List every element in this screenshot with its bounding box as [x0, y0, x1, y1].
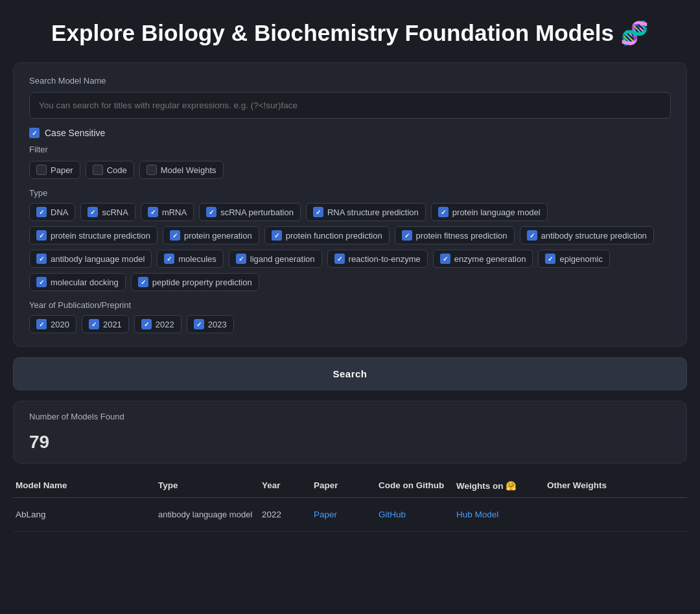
protein-generation-checkbox[interactable]: [170, 230, 180, 241]
header-type: Type: [158, 480, 262, 491]
year-2022-label: 2022: [156, 320, 174, 329]
type-tag-molecules[interactable]: molecules: [157, 250, 224, 268]
results-label: Number of Models Found: [29, 412, 671, 421]
protein-structure-checkbox[interactable]: [36, 230, 47, 241]
case-sensitive-label: Case Sensitive: [45, 128, 105, 138]
model-weights-label: Model Weights: [161, 165, 216, 175]
code-checkbox[interactable]: [93, 165, 103, 175]
type-tag-scrna-perturbation[interactable]: scRNA perturbation: [199, 203, 301, 221]
mrna-checkbox[interactable]: [148, 207, 158, 217]
header-year: Year: [262, 480, 314, 491]
scrna-perturbation-label: scRNA perturbation: [220, 207, 294, 217]
epigenomic-checkbox[interactable]: [545, 254, 555, 264]
year-tag-2022[interactable]: 2022: [134, 315, 181, 333]
type-tag-rna-structure[interactable]: RNA structure prediction: [306, 203, 426, 221]
model-weights-checkbox[interactable]: [146, 165, 157, 175]
rna-structure-checkbox[interactable]: [313, 207, 323, 217]
scrna-perturbation-checkbox[interactable]: [206, 207, 216, 217]
type-tag-reaction-to-enzyme[interactable]: reaction-to-enzyme: [327, 250, 428, 268]
row-paper-link[interactable]: Paper: [314, 510, 379, 519]
year-tag-2023[interactable]: 2023: [187, 315, 234, 333]
molecular-docking-checkbox[interactable]: [36, 277, 47, 287]
protein-language-checkbox[interactable]: [438, 207, 449, 217]
protein-structure-label: protein structure prediction: [51, 231, 150, 241]
search-label: Search Model Name: [29, 76, 671, 86]
filter-tag-paper[interactable]: Paper: [29, 161, 80, 179]
protein-fitness-checkbox[interactable]: [402, 230, 412, 241]
search-input[interactable]: [29, 92, 671, 119]
molecular-docking-label: molecular docking: [51, 277, 119, 287]
page-title: Explore Biology & Biochemistry Foundatio…: [13, 13, 687, 47]
row-year: 2022: [262, 510, 314, 519]
row-type: antibody language model: [158, 510, 262, 519]
protein-function-checkbox[interactable]: [272, 230, 282, 241]
year-tags: 2020 2021 2022 2023: [29, 315, 671, 333]
year-2022-checkbox[interactable]: [141, 319, 152, 329]
molecules-checkbox[interactable]: [164, 254, 174, 264]
type-tags: DNA scRNA mRNA scRNA perturbation RNA st…: [29, 203, 671, 291]
year-label: Year of Publication/Preprint: [29, 300, 671, 310]
type-tag-peptide-property[interactable]: peptide property prediction: [131, 273, 259, 291]
enzyme-generation-label: enzyme generation: [454, 254, 526, 264]
peptide-property-label: peptide property prediction: [152, 277, 252, 287]
antibody-language-label: antibody language model: [51, 254, 145, 264]
type-tag-enzyme-generation[interactable]: enzyme generation: [433, 250, 533, 268]
type-tag-protein-fitness[interactable]: protein fitness prediction: [395, 226, 515, 244]
filter-tags: Paper Code Model Weights: [29, 161, 671, 179]
type-tag-ligand-generation[interactable]: ligand generation: [229, 250, 322, 268]
paper-label: Paper: [51, 165, 73, 175]
type-label: Type: [29, 188, 671, 198]
results-card: Number of Models Found 79: [13, 401, 687, 464]
filter-tag-model-weights[interactable]: Model Weights: [139, 161, 224, 179]
row-hub-model-link[interactable]: Hub Model: [456, 510, 547, 519]
case-sensitive-row[interactable]: Case Sensitive: [29, 128, 671, 138]
peptide-property-checkbox[interactable]: [138, 277, 148, 287]
type-tag-scrna[interactable]: scRNA: [80, 203, 135, 221]
scrna-checkbox[interactable]: [88, 207, 98, 217]
row-github-link[interactable]: GitHub: [379, 510, 456, 519]
antibody-language-checkbox[interactable]: [36, 254, 47, 264]
type-tag-protein-function[interactable]: protein function prediction: [264, 226, 390, 244]
year-2020-checkbox[interactable]: [36, 319, 47, 329]
type-tag-antibody-structure[interactable]: antibody structure prediction: [520, 226, 654, 244]
year-2021-label: 2021: [103, 320, 122, 329]
table-row: AbLang antibody language model 2022 Pape…: [13, 498, 687, 532]
enzyme-generation-checkbox[interactable]: [440, 254, 450, 264]
reaction-to-enzyme-checkbox[interactable]: [334, 254, 345, 264]
paper-checkbox[interactable]: [36, 165, 47, 175]
type-tag-protein-structure[interactable]: protein structure prediction: [29, 226, 158, 244]
results-count: 79: [29, 428, 671, 453]
mrna-label: mRNA: [162, 207, 187, 217]
year-2021-checkbox[interactable]: [89, 319, 99, 329]
table-header: Model Name Type Year Paper Code on Githu…: [13, 474, 687, 498]
protein-generation-label: protein generation: [184, 231, 252, 241]
molecules-label: molecules: [178, 254, 216, 264]
case-sensitive-checkbox[interactable]: [29, 128, 40, 138]
header-weights-on: Weights on 🤗: [456, 480, 547, 491]
year-2023-checkbox[interactable]: [194, 319, 204, 329]
dna-label: DNA: [51, 207, 68, 217]
dna-checkbox[interactable]: [36, 207, 47, 217]
protein-fitness-label: protein fitness prediction: [416, 231, 508, 241]
ligand-generation-checkbox[interactable]: [236, 254, 246, 264]
antibody-structure-label: antibody structure prediction: [541, 231, 647, 241]
year-tag-2020[interactable]: 2020: [29, 315, 76, 333]
type-tag-dna[interactable]: DNA: [29, 203, 75, 221]
type-tag-epigenomic[interactable]: epigenomic: [538, 250, 610, 268]
header-paper: Paper: [314, 480, 379, 491]
filter-tag-code[interactable]: Code: [86, 161, 134, 179]
antibody-structure-checkbox[interactable]: [527, 230, 537, 241]
year-tag-2021[interactable]: 2021: [82, 315, 129, 333]
header-model-name: Model Name: [16, 480, 158, 491]
filter-section: Filter Paper Code Model Weights: [29, 145, 671, 179]
type-tag-protein-language[interactable]: protein language model: [431, 203, 548, 221]
row-model-name: AbLang: [16, 510, 158, 519]
type-tag-molecular-docking[interactable]: molecular docking: [29, 273, 126, 291]
type-tag-antibody-language[interactable]: antibody language model: [29, 250, 152, 268]
code-label: Code: [107, 165, 127, 175]
header-code-github: Code on Github: [379, 480, 456, 491]
protein-language-label: protein language model: [452, 207, 541, 217]
type-tag-protein-generation[interactable]: protein generation: [163, 226, 259, 244]
type-tag-mrna[interactable]: mRNA: [141, 203, 194, 221]
search-button[interactable]: Search: [13, 357, 687, 390]
